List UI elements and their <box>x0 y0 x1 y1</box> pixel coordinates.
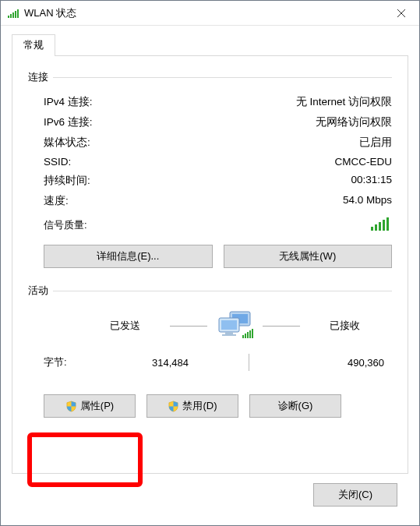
signal-strength-icon <box>370 216 392 234</box>
close-dialog-button[interactable]: 关闭(C) <box>313 483 397 507</box>
svg-rect-2 <box>12 12 14 18</box>
svg-rect-0 <box>8 16 9 18</box>
svg-rect-21 <box>249 330 251 338</box>
svg-rect-11 <box>386 217 389 231</box>
svg-rect-4 <box>17 9 19 18</box>
svg-rect-19 <box>245 334 246 338</box>
close-icon <box>397 9 406 18</box>
wireless-properties-button[interactable]: 无线属性(W) <box>224 245 393 268</box>
properties-button[interactable]: 属性(P) <box>44 394 136 418</box>
shield-icon <box>65 401 77 412</box>
properties-button-label: 属性(P) <box>80 399 114 413</box>
close-dialog-button-label: 关闭(C) <box>338 488 372 502</box>
activity-label: 活动 <box>28 284 48 298</box>
svg-rect-1 <box>10 14 12 18</box>
svg-rect-17 <box>222 334 236 336</box>
ipv4-label: IPv4 连接: <box>44 95 93 109</box>
svg-rect-18 <box>242 335 244 338</box>
ssid-value: CMCC-EDU <box>335 156 393 168</box>
group-activity-header: 活动 <box>28 284 392 298</box>
signal-quality-label: 信号质量: <box>44 218 87 232</box>
wifi-signal-icon <box>7 7 19 19</box>
connection-label: 连接 <box>28 70 48 84</box>
close-button[interactable] <box>383 1 419 25</box>
speed-label: 速度: <box>44 194 69 208</box>
details-button-label: 详细信息(E)... <box>97 249 159 263</box>
disable-button[interactable]: 禁用(D) <box>146 394 238 418</box>
duration-value: 00:31:15 <box>351 174 392 188</box>
shield-icon <box>168 401 179 412</box>
bytes-sent-value: 314,484 <box>114 357 227 369</box>
sent-label: 已发送 <box>86 319 164 333</box>
tab-general[interactable]: 常规 <box>12 34 55 56</box>
svg-rect-15 <box>221 320 237 330</box>
bytes-label: 字节: <box>44 355 114 369</box>
diagnose-button-label: 诊断(G) <box>278 399 313 413</box>
svg-rect-16 <box>225 332 233 334</box>
details-button[interactable]: 详细信息(E)... <box>44 245 213 268</box>
received-label: 已接收 <box>306 319 384 333</box>
svg-rect-22 <box>252 329 253 338</box>
ipv4-value: 无 Internet 访问权限 <box>296 95 392 109</box>
bytes-received-value: 490,360 <box>271 357 384 369</box>
svg-rect-9 <box>379 222 381 231</box>
tab-panel-general: 连接 IPv4 连接: 无 Internet 访问权限 IPv6 连接: 无网络… <box>12 55 408 474</box>
window-title: WLAN 状态 <box>24 6 383 20</box>
ipv6-label: IPv6 连接: <box>44 115 93 129</box>
disable-button-label: 禁用(D) <box>182 399 217 413</box>
media-state-label: 媒体状态: <box>44 136 90 150</box>
wlan-status-dialog: WLAN 状态 常规 连接 IPv4 连接: 无 Internet 访问权限 <box>0 0 420 526</box>
group-connection-header: 连接 <box>28 70 392 84</box>
duration-label: 持续时间: <box>44 174 90 188</box>
svg-rect-20 <box>247 332 249 338</box>
svg-rect-7 <box>371 227 373 231</box>
media-state-value: 已启用 <box>359 136 392 150</box>
wireless-properties-button-label: 无线属性(W) <box>279 249 336 263</box>
network-computers-icon <box>214 310 256 341</box>
svg-rect-10 <box>383 220 385 231</box>
ssid-label: SSID: <box>44 156 71 168</box>
diagnose-button[interactable]: 诊断(G) <box>249 394 341 418</box>
ipv6-value: 无网络访问权限 <box>316 115 392 129</box>
speed-value: 54.0 Mbps <box>343 194 392 208</box>
client-area: 常规 连接 IPv4 连接: 无 Internet 访问权限 IPv6 连接: … <box>1 26 419 525</box>
svg-rect-8 <box>375 224 377 231</box>
titlebar: WLAN 状态 <box>1 1 419 26</box>
svg-rect-3 <box>15 11 16 18</box>
